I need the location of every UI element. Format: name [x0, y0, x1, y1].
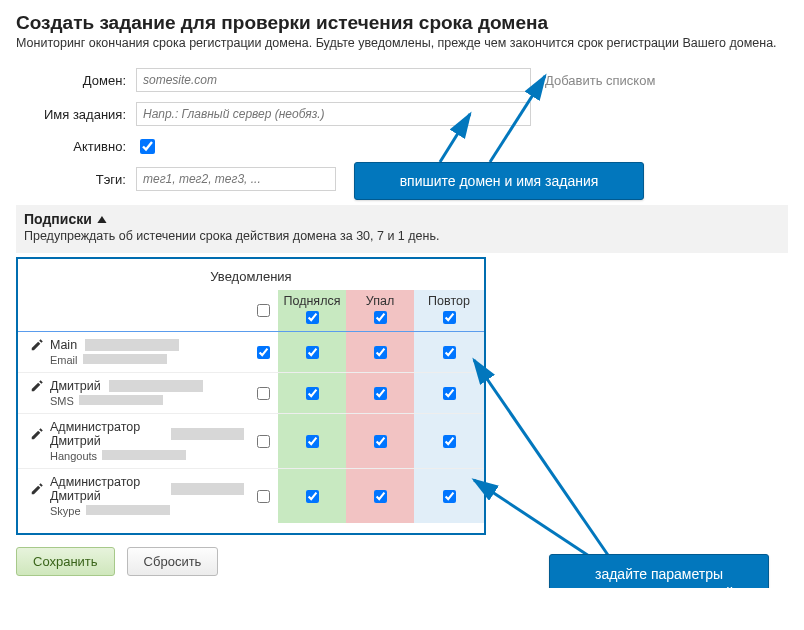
row-up-checkbox[interactable] — [306, 387, 319, 400]
col-up-header: Поднялся — [278, 290, 346, 332]
edit-icon[interactable] — [30, 427, 44, 441]
row-up-checkbox[interactable] — [306, 490, 319, 503]
page-title: Создать задание для проверки истечения с… — [16, 12, 788, 34]
table-row: Администратор ДмитрийHangouts — [18, 414, 484, 469]
domain-input[interactable] — [136, 68, 531, 92]
channel-label: Skype — [50, 505, 81, 517]
tags-label: Тэги: — [16, 172, 136, 187]
repeat-all-checkbox[interactable] — [443, 311, 456, 324]
row-repeat-checkbox[interactable] — [443, 387, 456, 400]
row-up-checkbox[interactable] — [306, 346, 319, 359]
enable-all-checkbox[interactable] — [257, 304, 270, 317]
row-repeat-checkbox[interactable] — [443, 435, 456, 448]
contact-name: Администратор Дмитрий — [50, 475, 163, 503]
active-checkbox[interactable] — [140, 139, 155, 154]
edit-icon[interactable] — [30, 379, 44, 393]
active-label: Активно: — [16, 139, 136, 154]
row-down-checkbox[interactable] — [374, 387, 387, 400]
page-subtitle: Мониторинг окончания срока регистрации д… — [16, 36, 788, 50]
annotation-top: впишите домен и имя задания — [354, 162, 644, 200]
edit-icon[interactable] — [30, 482, 44, 496]
row-up-checkbox[interactable] — [306, 435, 319, 448]
channel-label: Email — [50, 354, 78, 366]
up-all-checkbox[interactable] — [306, 311, 319, 324]
subscriptions-toggle[interactable]: Подписки ▲ — [24, 211, 780, 227]
subscriptions-section: Подписки ▲ Предупреждать об истечении ср… — [16, 205, 788, 253]
table-row: Администратор ДмитрийSkype — [18, 469, 484, 524]
notifications-title: Уведомления — [18, 265, 484, 290]
add-list-link[interactable]: Добавить списком — [545, 73, 655, 88]
redacted-text — [85, 339, 179, 351]
task-name-label: Имя задания: — [16, 107, 136, 122]
redacted-text — [79, 395, 163, 405]
annotation-bottom: задайте параметры отправки уведомлений — [549, 554, 769, 588]
redacted-text — [86, 505, 170, 515]
edit-icon[interactable] — [30, 338, 44, 352]
svg-line-2 — [474, 360, 610, 558]
row-down-checkbox[interactable] — [374, 346, 387, 359]
channel-label: Hangouts — [50, 450, 97, 462]
row-enable-checkbox[interactable] — [257, 346, 270, 359]
notifications-box: Уведомления Поднялся Упал Повтор MainEma… — [16, 257, 486, 535]
col-repeat-header: Повтор — [414, 290, 484, 332]
row-down-checkbox[interactable] — [374, 435, 387, 448]
redacted-text — [171, 483, 244, 495]
caret-up-icon: ▲ — [94, 212, 109, 226]
down-all-checkbox[interactable] — [374, 311, 387, 324]
col-down-header: Упал — [346, 290, 414, 332]
row-enable-checkbox[interactable] — [257, 387, 270, 400]
redacted-text — [109, 380, 203, 392]
row-repeat-checkbox[interactable] — [443, 346, 456, 359]
row-enable-checkbox[interactable] — [257, 490, 270, 503]
reset-button[interactable]: Сбросить — [127, 547, 219, 576]
table-row: ДмитрийSMS — [18, 373, 484, 414]
row-enable-checkbox[interactable] — [257, 435, 270, 448]
contact-name: Дмитрий — [50, 379, 101, 393]
row-repeat-checkbox[interactable] — [443, 490, 456, 503]
save-button[interactable]: Сохранить — [16, 547, 115, 576]
table-row: MainEmail — [18, 332, 484, 373]
task-name-input[interactable] — [136, 102, 531, 126]
subscriptions-desc: Предупреждать об истечении срока действи… — [24, 229, 780, 243]
subscriptions-title-text: Подписки — [24, 211, 92, 227]
arrow-icon — [460, 290, 660, 580]
domain-label: Домен: — [16, 73, 136, 88]
redacted-text — [102, 450, 186, 460]
row-down-checkbox[interactable] — [374, 490, 387, 503]
redacted-text — [83, 354, 167, 364]
contact-name: Main — [50, 338, 77, 352]
channel-label: SMS — [50, 395, 74, 407]
contact-name: Администратор Дмитрий — [50, 420, 163, 448]
redacted-text — [171, 428, 244, 440]
tags-input[interactable] — [136, 167, 336, 191]
